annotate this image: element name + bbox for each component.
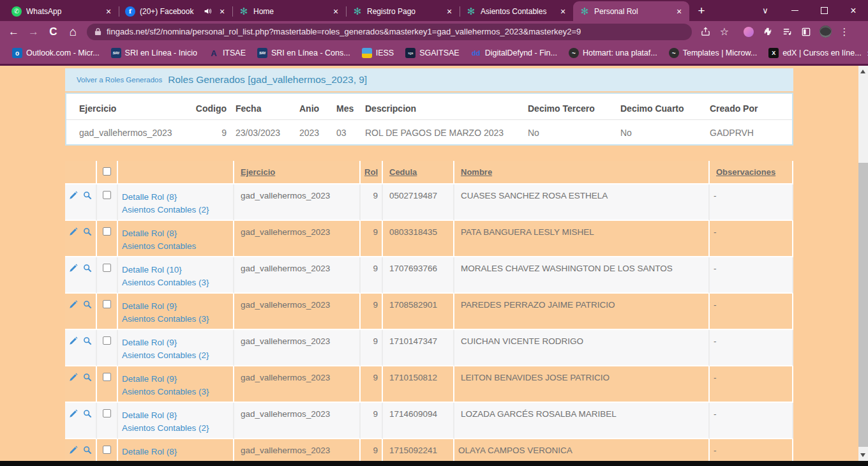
row-checkbox[interactable] xyxy=(103,446,111,454)
row-checkbox[interactable] xyxy=(103,336,111,345)
puzzle-extension-icon[interactable] xyxy=(758,23,777,41)
close-icon[interactable]: × xyxy=(444,7,454,16)
cell-rol: 9 xyxy=(361,366,383,403)
new-tab-button[interactable]: + xyxy=(692,1,711,20)
edit-pencil-icon[interactable] xyxy=(69,373,78,382)
close-window-button[interactable]: × xyxy=(839,0,868,21)
detalle-rol-link[interactable]: Detalle Rol (9} xyxy=(122,336,233,349)
edit-pencil-icon[interactable] xyxy=(69,264,78,273)
search-icon[interactable] xyxy=(83,191,92,200)
cell-nombre: OLAYA CAMPOS VERONICA xyxy=(454,439,710,461)
row-checkbox[interactable] xyxy=(103,300,111,308)
speaker-icon[interactable] xyxy=(204,7,213,15)
edit-pencil-icon[interactable] xyxy=(69,446,78,455)
forward-icon[interactable]: → xyxy=(24,23,43,41)
row-checkbox[interactable] xyxy=(103,227,111,236)
playlist-extension-icon[interactable] xyxy=(777,23,797,41)
bookmark-iess[interactable]: IESS xyxy=(356,48,400,58)
sort-ejercicio[interactable]: Ejercicio xyxy=(241,167,275,177)
sort-cedula[interactable]: Cedula xyxy=(389,167,417,177)
tab-facebook[interactable]: (20+) Facebook × xyxy=(119,1,232,21)
edit-pencil-icon[interactable] xyxy=(69,409,78,418)
scrollbar-thumb[interactable] xyxy=(858,163,868,447)
detalle-rol-link[interactable]: Detalle Rol (8} xyxy=(122,446,233,458)
search-icon[interactable] xyxy=(83,336,92,345)
profile-avatar[interactable] xyxy=(816,23,835,41)
cell-observaciones: - xyxy=(710,439,793,461)
search-icon[interactable] xyxy=(83,373,92,382)
close-icon[interactable]: × xyxy=(217,7,227,16)
tab-asientos-contables[interactable]: Asientos Contables × xyxy=(460,1,573,21)
detalle-rol-link[interactable]: Detalle Rol (8} xyxy=(122,409,233,422)
back-icon[interactable]: ← xyxy=(4,23,24,41)
minimize-button[interactable] xyxy=(780,0,809,21)
bookmark-templates[interactable]: Templates | Microw... xyxy=(663,48,763,58)
close-icon[interactable]: × xyxy=(103,7,114,16)
row-checkbox[interactable] xyxy=(103,373,111,381)
close-icon[interactable]: × xyxy=(331,7,341,16)
cell-observaciones: - xyxy=(710,294,793,330)
close-icon[interactable]: × xyxy=(674,7,684,16)
cell-cedula: 1710150812 xyxy=(383,366,454,403)
browser-window: WhatsApp × (20+) Facebook × Home × Regis… xyxy=(0,0,868,466)
asientos-contables-link[interactable]: Asientos Contables xyxy=(122,240,233,253)
asientos-contables-link[interactable]: Asientos Contables (3} xyxy=(122,276,233,289)
row-checkbox[interactable] xyxy=(103,264,111,272)
menu-kebab-icon[interactable]: ⋮ xyxy=(835,23,854,41)
cell-cedula: 1714609094 xyxy=(383,403,454,439)
bookmark-sri-consultas[interactable]: SRI en Línea - Cons... xyxy=(251,48,356,58)
edit-pencil-icon[interactable] xyxy=(69,300,78,309)
detalle-rol-link[interactable]: Detalle Rol (8} xyxy=(122,227,233,240)
close-icon[interactable]: × xyxy=(558,7,568,16)
tab-whatsapp[interactable]: WhatsApp × xyxy=(5,1,119,21)
bookmark-edx[interactable]: edX | Cursos en líne... xyxy=(763,48,867,58)
master-descripcion: ROL DE PAGOS DE MARZO 2023 xyxy=(365,119,528,144)
row-checkbox[interactable] xyxy=(103,191,111,199)
select-all-checkbox[interactable] xyxy=(103,167,111,176)
asientos-contables-link[interactable]: Asientos Contables (2} xyxy=(122,349,233,362)
detalle-rol-link[interactable]: Detalle Rol (8} xyxy=(122,191,233,204)
search-icon[interactable] xyxy=(83,264,92,273)
restore-button[interactable] xyxy=(809,0,839,21)
home-icon[interactable]: ⌂ xyxy=(63,23,83,41)
bookmark-itsae[interactable]: ITSAE xyxy=(203,48,251,58)
search-icon[interactable] xyxy=(83,409,92,418)
bookmark-outlook[interactable]: Outlook.com - Micr... xyxy=(6,48,105,58)
address-bar[interactable]: fingads.net/sf2/nomina/personal_rol_list… xyxy=(87,24,692,40)
edit-pencil-icon[interactable] xyxy=(69,227,78,236)
bookmark-star-icon[interactable]: ☆ xyxy=(715,23,734,41)
tab-personal-rol-active[interactable]: Personal Rol × xyxy=(573,1,689,21)
weather-extension-icon[interactable] xyxy=(739,23,758,41)
reload-icon[interactable]: C xyxy=(43,23,63,41)
sort-rol[interactable]: Rol xyxy=(364,167,378,177)
search-icon[interactable] xyxy=(83,227,92,236)
bookmark-digitaldefynd[interactable]: DigitalDefynd - Fin... xyxy=(465,48,563,58)
scroll-down-arrow-icon[interactable] xyxy=(860,453,865,457)
detalle-rol-link[interactable]: Detalle Rol (10} xyxy=(122,264,233,276)
asientos-contables-link[interactable]: Asientos Contables (3} xyxy=(122,386,233,398)
bookmark-hotmart[interactable]: Hotmart: una plataf... xyxy=(563,48,663,58)
asientos-contables-link[interactable]: Asientos Contables (3} xyxy=(122,313,233,326)
search-icon[interactable] xyxy=(83,300,92,309)
scroll-up-arrow-icon[interactable] xyxy=(860,70,865,73)
sort-observaciones[interactable]: Observaciones xyxy=(716,167,775,177)
detalle-rol-link[interactable]: Detalle Rol (9} xyxy=(122,300,233,313)
tab-registro-pago[interactable]: Registro Pago × xyxy=(346,1,460,21)
asientos-contables-link[interactable]: Asientos Contables (2} xyxy=(122,422,233,435)
edit-pencil-icon[interactable] xyxy=(69,191,78,200)
bookmark-sgaitsae[interactable]: SGAITSAE xyxy=(400,48,465,58)
tab-home[interactable]: Home × xyxy=(232,1,346,21)
row-checkbox[interactable] xyxy=(103,409,111,417)
vertical-scrollbar[interactable] xyxy=(858,66,868,461)
volver-link[interactable]: Volver a Roles Generados xyxy=(77,76,162,84)
asientos-contables-link[interactable]: Asientos Contables (2} xyxy=(122,204,233,216)
reading-mode-icon[interactable] xyxy=(797,23,816,41)
sort-nombre[interactable]: Nombre xyxy=(461,167,492,177)
share-icon[interactable] xyxy=(696,23,715,41)
tab-search-caret-icon[interactable]: ∨ xyxy=(751,0,780,21)
detalle-rol-link[interactable]: Detalle Rol (9} xyxy=(122,373,233,386)
search-icon[interactable] xyxy=(83,446,92,455)
bookmark-sri-inicio[interactable]: SRI en Línea - Inicio xyxy=(105,48,203,58)
edit-pencil-icon[interactable] xyxy=(69,336,78,345)
cell-rol: 9 xyxy=(361,294,383,330)
